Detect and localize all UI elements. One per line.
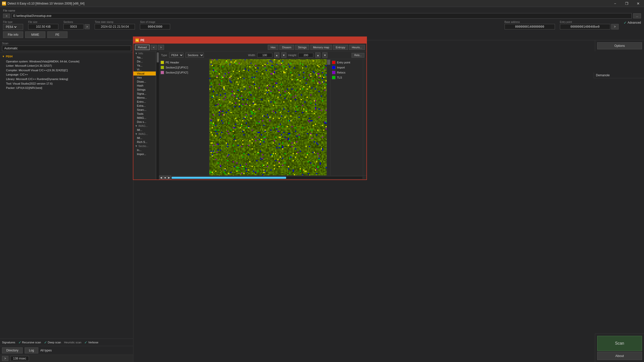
file-path-row: > ...: [3, 13, 641, 19]
verbose-check[interactable]: ✓ Verbose: [84, 340, 98, 344]
pe-tree-na[interactable]: Na...: [133, 55, 156, 59]
expand-icon: ▼: [2, 54, 5, 59]
title-text: Detect It Easy v3.10 [Windows 10 Version…: [8, 2, 85, 5]
pe-button[interactable]: PE: [47, 31, 67, 38]
pe-tree-search[interactable]: Searc...: [133, 108, 156, 112]
width-spinner-up[interactable]: ▲: [274, 52, 279, 58]
pe-tree-imag1[interactable]: IMAG...: [133, 116, 156, 120]
pe-tree-de[interactable]: De...: [133, 59, 156, 63]
pe-tree-sections-group[interactable]: ▼ Sectio...: [133, 144, 156, 148]
bottom-right-corner: [363, 176, 366, 179]
legend-relocs: Relocs: [332, 71, 361, 74]
time-stamp-group: Time date stamp 2024-02-21 21:54:04: [95, 21, 135, 29]
browse-button[interactable]: ...: [633, 13, 641, 18]
pe-disasm-btn[interactable]: Disasm: [279, 45, 294, 50]
file-type-dropdown[interactable]: PE64PE32ELF: [5, 25, 17, 29]
pe-tree-entropy[interactable]: Entro...: [133, 100, 156, 104]
pe-memory-map-btn[interactable]: Memory map: [310, 45, 332, 50]
scan-btn-area: Scan About Exit: [595, 334, 644, 362]
recursive-checkmark: ✓: [18, 340, 21, 344]
pe-tree-ya[interactable]: Ya...: [133, 63, 156, 67]
log-button[interactable]: Log: [25, 347, 38, 353]
pe-nav-right[interactable]: >: [158, 45, 164, 50]
file-size-label: File size: [28, 21, 58, 23]
pe-title-text: PE: [140, 39, 144, 42]
pe-heuris-btn[interactable]: Heuris...: [349, 45, 365, 50]
legend-entry-point: Entry point: [332, 61, 361, 64]
pe-tree-vi[interactable]: Vi...: [133, 67, 156, 71]
demanole-label[interactable]: Demanole: [596, 74, 610, 77]
pe-tree-info-group[interactable]: ▼ Info: [133, 51, 156, 55]
deep-check[interactable]: ✓ Deep scan: [44, 340, 61, 344]
pe-entropy-btn[interactable]: Entropy: [333, 45, 348, 50]
pe-tree-memory[interactable]: Memo...: [133, 96, 156, 100]
type-select[interactable]: PE64: [169, 53, 183, 58]
width-input[interactable]: [257, 53, 272, 57]
pe-tree-import[interactable]: Impor...: [133, 152, 156, 156]
pe-tree-signatures[interactable]: Signa...: [133, 92, 156, 96]
size-image-label: Size of image: [140, 21, 170, 23]
pe-tree-im1[interactable]: IM...: [133, 128, 156, 132]
deep-label: Deep scan: [48, 341, 61, 344]
pe-tree-rich[interactable]: Rich S...: [133, 140, 156, 144]
pe-reload-button[interactable]: Reload: [135, 45, 150, 50]
advanced-check[interactable]: ✓ Advanced: [624, 21, 641, 25]
about-button[interactable]: About: [597, 352, 642, 360]
pe-tree-imag3[interactable]: ▼ IMAG...: [133, 132, 156, 136]
pe-hex-btn[interactable]: Hex: [268, 45, 278, 50]
file-path-input[interactable]: [12, 13, 632, 19]
tree-scrollbar[interactable]: [156, 51, 159, 179]
pe-relo-btn[interactable]: Relo...: [352, 53, 364, 58]
sections-select[interactable]: Sections: [185, 53, 204, 58]
h-scroll-left[interactable]: ◀: [159, 176, 163, 180]
file-info-button[interactable]: File info: [3, 31, 23, 38]
height-spinner-down[interactable]: ▼: [322, 52, 327, 58]
meta-row: File type PE64PE32ELF File size 102.50 K…: [3, 21, 641, 30]
result-item-1: Linker: Microsoft Linker(14.36.32537): [2, 64, 131, 68]
directory-button[interactable]: Directory: [2, 347, 23, 353]
sections-group: Sections 0003 >: [63, 21, 90, 29]
verbose-checkmark: ✓: [84, 340, 87, 344]
pe-tree-hex[interactable]: Hex: [133, 76, 156, 80]
pe-tree-dos[interactable]: Dos s...: [133, 120, 156, 124]
pe-tree-strings[interactable]: Strings: [133, 88, 156, 92]
scan-button[interactable]: Scan: [597, 336, 642, 351]
h-scroll-thumb-btn[interactable]: ■: [163, 176, 167, 180]
pe-strings-btn[interactable]: Strings: [295, 45, 309, 50]
pe-tree-disasm[interactable]: Disas...: [133, 80, 156, 84]
restore-button[interactable]: ❐: [621, 0, 632, 7]
top-section: File name > ... File type PE64PE32ELF Fi…: [0, 7, 644, 40]
pe-tree-visual[interactable]: Visual: [133, 71, 156, 76]
pe-tree-extra[interactable]: Extra...: [133, 104, 156, 108]
tls-color: [332, 76, 335, 79]
scan-value: Automatic: [2, 46, 131, 51]
pe-tree-tools[interactable]: Tools: [133, 112, 156, 116]
file-nav-button[interactable]: >: [3, 14, 10, 18]
mime-button[interactable]: MIME: [25, 31, 45, 38]
height-input[interactable]: [298, 53, 313, 57]
height-spinner-up[interactable]: ▲: [315, 52, 320, 58]
pe-tree-hash[interactable]: Hash: [133, 84, 156, 88]
status-arrow-btn[interactable]: >: [2, 356, 8, 361]
file-type-select[interactable]: PE64PE32ELF: [3, 24, 23, 30]
options-button[interactable]: Options: [597, 42, 642, 49]
sections-arrow-btn[interactable]: >: [85, 24, 90, 29]
right-edge-scrollbar[interactable]: [363, 59, 366, 175]
pe-tree-imag2[interactable]: ▼ IMAG...: [133, 124, 156, 128]
width-spinner-down[interactable]: ▼: [281, 52, 286, 58]
pe-right-panel: Type PE64 Sections Width ▲ ▼ Height ▲ ▼ …: [159, 51, 366, 179]
entry-point-arrow[interactable]: >: [611, 24, 619, 29]
h-scroll-right[interactable]: ▶: [167, 176, 171, 180]
pe-tree-im2[interactable]: IM...: [133, 136, 156, 140]
width-label: Width: [248, 54, 255, 57]
close-button[interactable]: ✕: [632, 0, 644, 7]
recursive-check[interactable]: ✓ Recursive scan: [18, 340, 41, 344]
pe-tree-in[interactable]: In...: [133, 148, 156, 152]
v-scrollbar[interactable]: [327, 59, 330, 175]
signatures-check[interactable]: Signatures: [2, 341, 15, 344]
visual-area: PE Header Section(1)['UPX1'] Section(2)[…: [159, 59, 366, 175]
minimize-button[interactable]: −: [609, 0, 621, 7]
pe-main: ▼ Info Na... De... Ya... Vi... Visual He…: [133, 51, 366, 179]
file-name-label: File name: [3, 9, 641, 12]
pe-nav-left[interactable]: <: [151, 45, 157, 50]
